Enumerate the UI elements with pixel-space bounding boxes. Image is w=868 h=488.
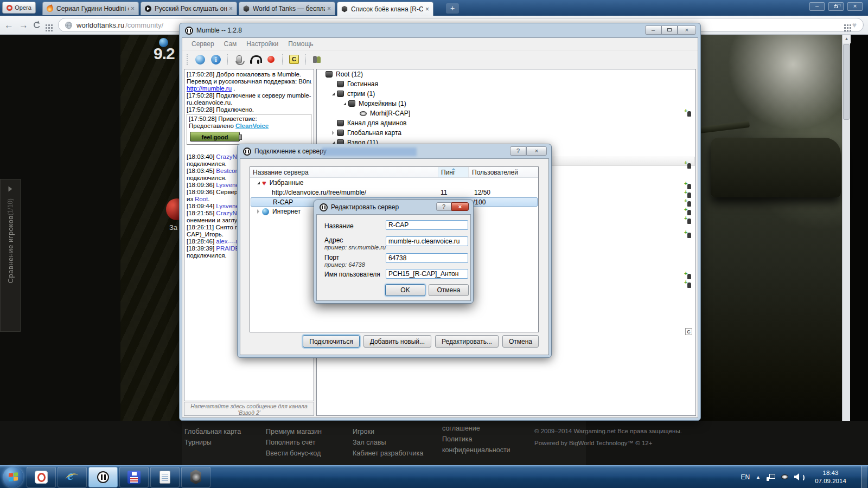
show-desktop-button[interactable] <box>861 466 867 488</box>
headphones-icon[interactable] <box>249 54 261 66</box>
scrollbar-thumb[interactable] <box>843 44 850 120</box>
cancel-connect-button[interactable]: Отмена <box>502 335 539 348</box>
message-input[interactable]: Напечатайте здесь сообщение для канала '… <box>184 402 314 416</box>
edit-dialog-titlebar[interactable]: Редактировать сервер ? × <box>314 200 473 214</box>
forward-button[interactable]: → <box>19 21 28 30</box>
footer-link[interactable]: соглашение <box>442 423 518 434</box>
expander-icon[interactable] <box>254 209 262 214</box>
channel-row[interactable]: Морхейкины (1) <box>317 99 695 108</box>
ok-button[interactable]: OK <box>385 284 425 296</box>
column-server-name[interactable]: Название сервера <box>250 167 438 177</box>
menu-help[interactable]: Помощь <box>283 40 318 48</box>
tab-close-button[interactable]: × <box>131 5 135 12</box>
server-name-field[interactable] <box>386 220 468 230</box>
taskbar-button-opera[interactable] <box>27 467 56 487</box>
record-icon[interactable] <box>265 54 277 66</box>
browser-tab[interactable]: Русский Рок слушать онл× <box>141 2 237 15</box>
menu-self[interactable]: Сам <box>219 40 242 48</box>
add-new-button[interactable]: Добавить новый... <box>363 335 431 348</box>
server-row[interactable]: http://cleanvoice.ru/free/mumble/1112/50 <box>250 188 538 197</box>
connect-dialog-titlebar[interactable]: Подключение к серверу ? × <box>238 144 551 158</box>
expander-icon[interactable] <box>254 180 262 185</box>
tree-expander-icon[interactable] <box>341 101 348 106</box>
user-comment-icon[interactable] <box>685 328 692 335</box>
toolbar-drag-handle[interactable] <box>187 54 188 65</box>
url-link[interactable]: http://mumble.ru <box>187 85 232 92</box>
bookmark-heart-icon[interactable]: ♥ <box>852 21 857 29</box>
column-ping[interactable]: Пинг <box>438 167 469 177</box>
footer-link[interactable]: Зал славы <box>353 437 442 448</box>
footer-link[interactable]: Турниры <box>184 437 266 448</box>
tiles-icon[interactable] <box>844 24 846 26</box>
edit-help-button[interactable]: ? <box>436 202 451 211</box>
back-button[interactable]: ← <box>4 21 14 30</box>
footer-link[interactable]: Пополнить счёт <box>266 437 353 448</box>
tab-close-button[interactable]: × <box>425 5 429 13</box>
page-scrollbar[interactable]: ▲ ▼ <box>842 35 850 465</box>
server-port-field[interactable] <box>386 253 468 263</box>
channel-row[interactable]: Канал для админов <box>317 118 695 128</box>
footer-link[interactable]: Политика конфиденциальности <box>442 434 518 455</box>
username-field[interactable] <box>386 269 468 279</box>
tray-expand-arrow[interactable]: ▲ <box>756 474 761 480</box>
start-button[interactable] <box>1 466 25 488</box>
server-info-icon[interactable] <box>210 54 222 66</box>
taskbar-button-mumble[interactable] <box>88 467 118 487</box>
player-comparison-panel[interactable]: (1/10) Сравнение игроков <box>0 179 21 332</box>
edit-close-button[interactable]: × <box>451 202 469 211</box>
scroll-up-arrow[interactable]: ▲ <box>843 35 851 43</box>
browser-tab[interactable]: World of Tanks — беспла× <box>239 2 335 15</box>
connect-close-button[interactable]: × <box>526 146 547 156</box>
users-icon[interactable] <box>311 54 323 66</box>
mumble-minimize-button[interactable]: – <box>645 25 661 35</box>
menu-server[interactable]: Сервер <box>187 40 219 48</box>
network-icon[interactable] <box>767 473 775 481</box>
opera-menu-button[interactable]: Opera <box>2 2 36 14</box>
mumble-close-button[interactable]: × <box>678 25 696 35</box>
microphone-icon[interactable] <box>233 54 245 66</box>
channel-row[interactable]: Глобальная карта <box>317 128 695 138</box>
footer-link[interactable]: Игроки <box>353 426 442 437</box>
connect-button[interactable]: Подключиться <box>303 335 359 348</box>
taskbar-button-notepad[interactable] <box>150 467 180 487</box>
server-row[interactable]: ♥Избранные <box>250 178 538 188</box>
language-indicator[interactable]: EN <box>741 473 750 481</box>
taskbar-button-floppy[interactable] <box>119 467 149 487</box>
tree-expander-icon[interactable] <box>329 91 337 97</box>
channel-row[interactable]: Root (12) <box>317 69 695 79</box>
minimize-button[interactable]: – <box>809 2 825 11</box>
channel-row[interactable]: Гостинная <box>317 79 695 89</box>
channel-row[interactable]: Morhi[R-CAP] <box>317 108 695 118</box>
cancel-button[interactable]: Отмена <box>429 284 469 296</box>
edit-server-button[interactable]: Редактировать... <box>435 335 499 348</box>
cleanvoice-link[interactable]: CleanVoice <box>235 123 269 129</box>
tab-close-button[interactable]: × <box>229 5 233 12</box>
connect-globe-icon[interactable] <box>194 54 206 66</box>
connect-help-button[interactable]: ? <box>510 146 526 156</box>
taskbar-button-world-of-tanks[interactable] <box>181 467 210 487</box>
footer-link[interactable]: Глобальная карта <box>184 426 266 437</box>
mumble-maximize-button[interactable] <box>661 25 678 35</box>
column-users[interactable]: Пользователей <box>469 167 538 177</box>
footer-link[interactable]: Кабинет разработчика <box>353 448 442 459</box>
menu-settings[interactable]: Настройки <box>241 40 283 48</box>
restore-button[interactable] <box>828 2 844 11</box>
comment-icon[interactable] <box>288 54 300 66</box>
mumble-tray-icon[interactable] <box>781 474 788 479</box>
tree-expander-icon[interactable] <box>329 130 337 136</box>
mumble-titlebar[interactable]: Mumble -- 1.2.8 – × <box>180 23 700 37</box>
footer-link[interactable]: Ввести бонус-код <box>266 448 353 459</box>
speed-dial-icon[interactable] <box>46 24 47 26</box>
volume-icon[interactable] <box>794 473 803 480</box>
browser-tab[interactable]: Сериал Гудини Houdini с× <box>42 2 139 15</box>
channel-row[interactable]: стрим (1) <box>317 89 695 99</box>
taskbar-button-internet-explorer[interactable] <box>58 467 87 487</box>
tab-close-button[interactable]: × <box>327 5 331 12</box>
new-tab-button[interactable]: + <box>446 3 459 14</box>
browser-tab[interactable]: Список боёв клана [R-CA× <box>337 2 433 16</box>
close-button[interactable]: × <box>847 2 863 11</box>
server-address-field[interactable] <box>386 236 468 246</box>
footer-link[interactable]: Премиум магазин <box>266 426 353 437</box>
reload-button[interactable] <box>34 22 40 28</box>
clock[interactable]: 18:43 07.09.2014 <box>809 469 852 485</box>
